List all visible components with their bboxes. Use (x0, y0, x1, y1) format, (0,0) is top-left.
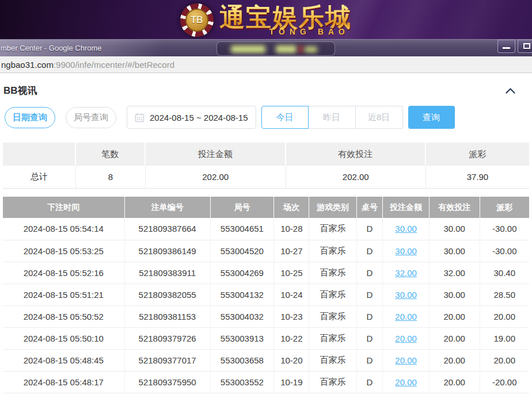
cell-bet-id: 521809382055 (124, 284, 210, 305)
cell-bet-id: 521809386149 (124, 240, 210, 262)
cell-valid-bet: 20.00 (429, 349, 480, 371)
cell-bet-id: 521809383911 (124, 262, 210, 284)
minimize-icon (503, 47, 510, 49)
cell-round-no: 553004032 (210, 305, 274, 327)
minimize-button[interactable] (497, 40, 515, 53)
summary-bet-amount: 202.00 (146, 166, 286, 189)
cell-valid-bet: 20.00 (429, 327, 480, 349)
cell-bet-amount: 32.00 (383, 262, 429, 284)
bet-record-table: 下注时间注单编号局号场次游戏类别桌号投注金额有效投注派彩 2024-08-15 … (3, 197, 529, 393)
summary-payout: 37.90 (426, 166, 529, 189)
cell-table-no: D (356, 284, 383, 305)
cell-game-type: 百家乐 (309, 349, 356, 371)
cell-table-no: D (356, 218, 383, 240)
cell-table-no: D (356, 371, 383, 393)
last8days-button[interactable]: 近8日 (356, 106, 403, 129)
cell-session: 10-22 (274, 327, 309, 349)
brand-text: 通宝娱乐城 TONG BAO (219, 4, 352, 36)
url-path: :9900/infe/mcenter/#/betRecord (54, 60, 174, 70)
cell-bet-time: 2024-08-15 05:50:10 (3, 327, 124, 349)
header-round-no: 局号 (210, 197, 274, 218)
cell-round-no: 553003913 (210, 327, 274, 349)
cell-round-no: 553003658 (210, 349, 274, 371)
table-row: 2024-08-15 05:50:52521809381153553004032… (3, 305, 529, 327)
cell-valid-bet: 20.00 (429, 371, 480, 393)
content: BB视讯 日期查询 局号查询 2024-08-15 ~ 2024-08-15 今… (0, 73, 532, 393)
summary-header-cell: 笔数 (76, 143, 146, 166)
cell-bet-id: 521809377017 (124, 349, 210, 371)
date-query-tab[interactable]: 日期查询 (5, 107, 55, 128)
bet-amount-link[interactable]: 20.00 (395, 377, 417, 387)
cell-bet-time: 2024-08-15 05:53:25 (3, 240, 124, 262)
summary-header-row: 笔数投注金额有效投注派彩 (3, 143, 529, 166)
cell-round-no: 553004520 (210, 240, 274, 262)
bet-amount-link[interactable]: 30.00 (395, 224, 417, 233)
table-row: 2024-08-15 05:52:16521809383911553004269… (3, 262, 529, 284)
quick-range-group: 今日 昨日 近8日 (261, 106, 403, 129)
maximize-button[interactable] (518, 40, 532, 53)
bet-amount-link[interactable]: 30.00 (395, 246, 417, 256)
cell-valid-bet: 30.00 (429, 284, 480, 305)
cell-table-no: D (356, 262, 383, 284)
summary-valid-bet: 202.00 (286, 166, 426, 189)
cell-session: 10-27 (274, 240, 309, 262)
blurred-balance (216, 41, 335, 56)
blur-blob (299, 45, 303, 53)
chip-label: TB (180, 3, 214, 37)
summary-table: 笔数投注金额有效投注派彩 总计 8 202.00 202.00 37.90 (3, 143, 529, 189)
header-session: 场次 (274, 197, 309, 218)
cell-valid-bet: 20.00 (429, 305, 480, 327)
window-title-bar: mber Center - Google Chrome (0, 39, 532, 56)
cell-bet-amount: 20.00 (383, 327, 429, 349)
cell-bet-amount: 20.00 (383, 305, 429, 327)
url-bar[interactable]: ngbao31.com:9900/infe/mcenter/#/betRecor… (0, 56, 532, 73)
cell-session: 10-28 (274, 218, 309, 240)
yesterday-button[interactable]: 昨日 (309, 106, 356, 129)
cell-bet-id: 521809387664 (124, 218, 210, 240)
header-table-no: 桌号 (356, 197, 383, 218)
header-bet-time: 下注时间 (3, 197, 124, 218)
bet-amount-link[interactable]: 20.00 (395, 334, 417, 343)
cell-payout: -30.00 (480, 240, 529, 262)
table-row: 2024-08-15 05:54:14521809387664553004651… (3, 218, 529, 240)
cell-round-no: 553004132 (210, 284, 274, 305)
bet-amount-link[interactable]: 20.00 (395, 312, 417, 321)
cell-session: 10-23 (274, 305, 309, 327)
summary-header-cell: 投注金额 (146, 143, 286, 166)
section-header: BB视讯 (3, 73, 529, 97)
table-row: 2024-08-15 05:51:21521809382055553004132… (3, 284, 529, 305)
cell-valid-bet: 30.00 (429, 240, 480, 262)
bet-table-header-row: 下注时间注单编号局号场次游戏类别桌号投注金额有效投注派彩 (3, 197, 529, 218)
cell-bet-time: 2024-08-15 05:48:45 (3, 349, 124, 371)
cell-game-type: 百家乐 (309, 218, 356, 240)
today-button[interactable]: 今日 (261, 106, 309, 129)
collapse-button[interactable] (505, 87, 516, 94)
cell-payout: -20.00 (480, 371, 529, 393)
cell-payout: 28.50 (480, 284, 529, 305)
bet-amount-link[interactable]: 30.00 (395, 290, 417, 300)
date-range-picker[interactable]: 2024-08-15 ~ 2024-08-15 (127, 106, 256, 129)
header-bet-amount: 投注金额 (383, 197, 429, 218)
cell-bet-id: 521809381153 (124, 305, 210, 327)
cell-round-no: 553003552 (210, 371, 274, 393)
bet-amount-link[interactable]: 20.00 (395, 355, 417, 365)
table-row: 2024-08-15 05:50:10521809379726553003913… (3, 327, 529, 349)
cell-table-no: D (356, 327, 383, 349)
bet-amount-link[interactable]: 32.00 (395, 268, 417, 278)
search-button[interactable]: 查询 (408, 106, 455, 129)
cell-payout: 30.40 (480, 262, 529, 284)
cell-bet-id: 521809375950 (124, 371, 210, 393)
cell-bet-id: 521809379726 (124, 327, 210, 349)
cell-game-type: 百家乐 (309, 262, 356, 284)
cell-bet-amount: 30.00 (383, 240, 429, 262)
cell-payout: -30.00 (480, 218, 529, 240)
table-row: 2024-08-15 05:48:45521809377017553003658… (3, 349, 529, 371)
filter-row: 日期查询 局号查询 2024-08-15 ~ 2024-08-15 今日 昨日 … (3, 106, 529, 129)
round-query-tab[interactable]: 局号查询 (66, 107, 116, 128)
bet-table-body: 2024-08-15 05:54:14521809387664553004651… (3, 218, 529, 393)
cell-bet-time: 2024-08-15 05:50:52 (3, 305, 124, 327)
summary-header-cell (3, 143, 76, 166)
cell-bet-amount: 20.00 (383, 349, 429, 371)
cell-game-type: 百家乐 (309, 327, 356, 349)
cell-bet-time: 2024-08-15 05:48:17 (3, 371, 124, 393)
